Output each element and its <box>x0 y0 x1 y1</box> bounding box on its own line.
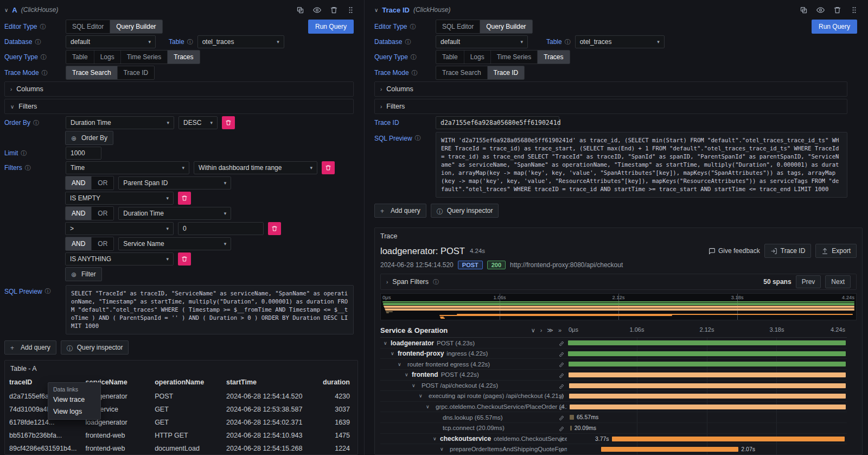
query-type-timeseries[interactable]: Time Series <box>490 50 538 64</box>
span-bar[interactable] <box>568 340 846 345</box>
trash-icon[interactable] <box>330 6 338 14</box>
span-row[interactable]: ∨grpc.oteldemo.CheckoutService/PlaceOrde… <box>380 402 847 413</box>
span-link-icon[interactable] <box>558 446 565 454</box>
column-header[interactable]: duration <box>318 376 358 390</box>
add-query-button[interactable]: +Add query <box>4 340 56 355</box>
span-row[interactable]: ∨executing api route (pages) /api/checko… <box>380 391 847 402</box>
span-bar[interactable] <box>569 394 846 399</box>
span-bar[interactable] <box>570 415 574 420</box>
run-query-button[interactable]: Run Query <box>308 20 354 34</box>
add-filter-button[interactable]: ⊕Filter <box>65 267 102 281</box>
remove-condition-2-button[interactable] <box>268 222 281 235</box>
prev-button[interactable]: Prev <box>796 275 821 288</box>
trace-mode-search[interactable]: Trace Search <box>436 66 487 79</box>
query-type-table[interactable]: Table <box>66 50 94 64</box>
filter-value-select[interactable]: Within dashboard time range▾ <box>194 161 317 174</box>
chevron-down-icon[interactable]: ∨ <box>384 340 391 346</box>
next-button[interactable]: Next <box>825 275 851 288</box>
span-link-icon[interactable] <box>558 393 565 402</box>
span-bar[interactable] <box>568 351 846 356</box>
span-row[interactable]: ∨loadgeneratorPOST (4.23s) <box>380 338 847 349</box>
filter-field-select[interactable]: Time▾ <box>66 161 189 174</box>
chevron-down-icon[interactable]: ∨ <box>440 446 447 452</box>
trace-mode-id[interactable]: Trace ID <box>487 66 525 79</box>
and-option[interactable]: AND <box>66 176 91 189</box>
span-link-icon[interactable] <box>558 371 565 381</box>
span-row[interactable]: dns.lookup (65.57ms)65.57ms <box>380 412 847 423</box>
remove-condition-3-button[interactable] <box>178 252 191 266</box>
span-row[interactable]: ∨frontend-proxyingress (4.22s) <box>380 349 847 359</box>
table-select[interactable]: otel_traces▾ <box>197 35 284 48</box>
condition-1-field-select[interactable]: Parent Span ID▾ <box>118 176 231 189</box>
query-type-traces[interactable]: Traces <box>537 50 569 64</box>
duplicate-icon[interactable] <box>800 6 808 14</box>
expand-all-icon[interactable]: » <box>558 327 561 334</box>
query-type-traces[interactable]: Traces <box>167 50 199 64</box>
remove-order-by-button[interactable] <box>222 116 235 129</box>
minimap-canvas[interactable] <box>381 294 856 320</box>
column-header[interactable]: startTime <box>222 376 318 390</box>
span-row[interactable]: ∨POST /api/checkout (4.22s) <box>380 381 847 391</box>
and-option[interactable]: AND <box>66 237 91 250</box>
pane-divider[interactable] <box>359 0 369 455</box>
span-filters-section[interactable]: › Span Filters ⓘ 50 spans Prev Next <box>380 274 857 290</box>
database-select[interactable]: default▾ <box>66 35 156 48</box>
export-button[interactable]: Export <box>815 244 857 258</box>
expand-one-icon[interactable]: › <box>540 327 542 334</box>
query-type-table[interactable]: Table <box>436 50 464 64</box>
condition-3-op-select[interactable]: IS ANYTHING▾ <box>65 252 174 266</box>
span-bar[interactable] <box>569 383 846 388</box>
trace-id-input[interactable]: d2a7155ef6a928a05680e5ff6190241d <box>436 116 559 129</box>
span-link-icon[interactable] <box>558 361 565 370</box>
chevron-down-icon[interactable]: ∨ <box>433 436 440 441</box>
table-select[interactable]: otel_traces▾ <box>575 35 665 48</box>
query-type-timeseries[interactable]: Time Series <box>120 50 168 64</box>
trash-icon[interactable] <box>833 6 841 14</box>
duplicate-icon[interactable] <box>296 6 304 14</box>
or-option[interactable]: OR <box>91 207 113 220</box>
trace-id-button[interactable]: Trace ID <box>764 244 812 258</box>
collapse-one-icon[interactable]: ∨ <box>531 327 535 334</box>
chevron-down-icon[interactable]: ∨ <box>405 372 412 377</box>
editor-type-builder[interactable]: Query Builder <box>110 20 162 33</box>
condition-3-field-select[interactable]: Service Name▾ <box>118 237 231 250</box>
trace-minimap[interactable]: 0μs 1.06s 2.12s 3.18s 4.24s <box>380 293 857 320</box>
chevron-down-icon[interactable]: ∨ <box>4 7 8 13</box>
query-inspector-button[interactable]: ⓘQuery inspector <box>431 204 499 218</box>
span-row[interactable]: ∨frontendPOST (4.22s) <box>380 370 847 381</box>
span-row[interactable]: ∨router frontend egress (4.22s) <box>380 359 847 370</box>
or-option[interactable]: OR <box>91 237 113 250</box>
editor-type-sql[interactable]: SQL Editor <box>436 20 480 33</box>
order-by-field-select[interactable]: Duration Time▾ <box>66 116 174 129</box>
condition-2-value-input[interactable]: 0 <box>178 222 264 235</box>
span-link-icon[interactable] <box>558 414 565 423</box>
span-bar[interactable] <box>601 447 738 452</box>
condition-1-op-select[interactable]: IS EMPTY▾ <box>65 192 174 205</box>
give-feedback-button[interactable]: Give feedback <box>709 247 760 255</box>
query-inspector-button[interactable]: ⓘQuery inspector <box>61 340 129 355</box>
trace-mode-search[interactable]: Trace Search <box>66 66 117 79</box>
span-link-icon[interactable] <box>558 382 565 391</box>
collapse-all-icon[interactable]: ≫ <box>547 327 553 334</box>
columns-section[interactable]: › Columns <box>374 81 847 97</box>
remove-condition-1-button[interactable] <box>178 192 191 205</box>
drag-handle-icon[interactable] <box>850 6 858 14</box>
span-link-icon[interactable] <box>558 403 565 413</box>
span-bar[interactable] <box>569 372 846 377</box>
editor-type-sql[interactable]: SQL Editor <box>66 20 110 33</box>
columns-section[interactable]: › Columns <box>4 81 354 97</box>
remove-filter-button[interactable] <box>322 161 335 174</box>
trace-id-link[interactable]: bb5167b236bfa... <box>5 429 81 442</box>
span-bar[interactable] <box>570 426 572 431</box>
trace-id-link[interactable]: 89cf4286e631591b4... <box>5 442 81 455</box>
query-type-logs[interactable]: Logs <box>94 50 120 64</box>
chevron-down-icon[interactable]: ∨ <box>426 404 433 409</box>
or-option[interactable]: OR <box>91 176 113 189</box>
menu-item-view-logs[interactable]: View logs <box>48 406 100 418</box>
eye-icon[interactable] <box>816 6 825 14</box>
condition-2-field-select[interactable]: Duration Time▾ <box>118 207 231 220</box>
menu-item-view-trace[interactable]: View trace <box>48 394 100 406</box>
database-select[interactable]: default▾ <box>436 35 528 48</box>
chevron-down-icon[interactable]: ∨ <box>391 351 398 356</box>
add-query-button[interactable]: +Add query <box>374 204 426 218</box>
